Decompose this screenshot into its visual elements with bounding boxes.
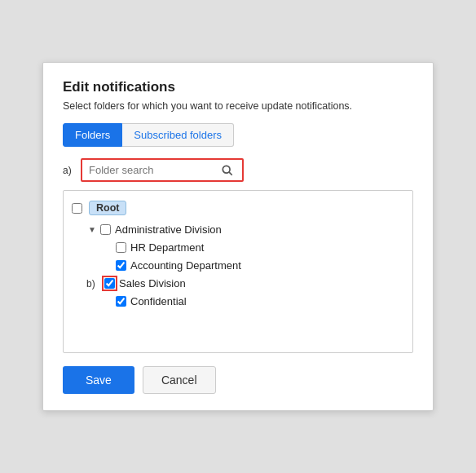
hr-department-checkbox[interactable] — [116, 242, 126, 253]
level2-sales: Confidential — [116, 295, 404, 307]
folder-tree-container: Root ▼ Administrative Division HR Depart… — [63, 190, 413, 353]
annotation-a-label: a) — [63, 165, 81, 176]
accounting-department-checkbox[interactable] — [116, 260, 126, 271]
cancel-button[interactable]: Cancel — [143, 366, 216, 394]
root-badge: Root — [89, 201, 126, 215]
expand-arrow-administrative: ▼ — [86, 225, 98, 234]
confidential-checkbox[interactable] — [116, 296, 126, 307]
sales-division-text: Sales Division — [119, 277, 186, 290]
edit-notifications-dialog: Edit notifications Select folders for wh… — [42, 62, 434, 411]
tree-item-hr: HR Department — [116, 241, 404, 254]
search-icon — [222, 165, 233, 176]
hr-department-text: HR Department — [130, 241, 204, 254]
svg-line-1 — [229, 172, 231, 175]
level2-administrative: HR Department Accounting Department — [116, 241, 404, 272]
sales-division-item: Sales Division — [104, 277, 186, 290]
dialog-title: Edit notifications — [63, 79, 413, 95]
search-button[interactable] — [217, 161, 238, 179]
search-input[interactable] — [82, 160, 217, 180]
footer-buttons: Save Cancel — [63, 366, 413, 394]
administrative-division-label[interactable]: Administrative Division — [100, 223, 222, 236]
sales-division-label[interactable]: Sales Division — [104, 277, 186, 290]
tab-folders[interactable]: Folders — [63, 123, 122, 147]
dialog-description: Select folders for which you want to rec… — [63, 100, 413, 112]
root-checkbox-label[interactable]: Root — [72, 201, 126, 215]
confidential-label[interactable]: Confidential — [116, 295, 187, 307]
hr-department-label[interactable]: HR Department — [116, 241, 204, 254]
accounting-department-text: Accounting Department — [130, 259, 241, 272]
administrative-division-text: Administrative Division — [115, 223, 222, 236]
administrative-division-checkbox[interactable] — [100, 224, 111, 235]
confidential-text: Confidential — [130, 295, 187, 307]
root-checkbox[interactable] — [72, 203, 82, 214]
search-row: a) — [63, 158, 413, 182]
tree-item-accounting: Accounting Department — [116, 259, 404, 272]
tree-item-confidential: Confidential — [116, 295, 404, 307]
tree-root-row: Root — [72, 201, 404, 215]
tree-item-administrative: ▼ Administrative Division — [86, 223, 404, 236]
search-box — [81, 158, 244, 182]
tab-row: Folders Subscribed folders — [63, 123, 413, 147]
annotation-b-label: b) — [86, 278, 104, 290]
sales-division-checkbox[interactable] — [104, 278, 115, 289]
save-button[interactable]: Save — [63, 366, 134, 394]
level1-items: ▼ Administrative Division HR Department — [86, 223, 404, 307]
tab-subscribed-folders[interactable]: Subscribed folders — [122, 123, 234, 147]
sales-division-row: b) Sales Division — [86, 277, 404, 290]
accounting-department-label[interactable]: Accounting Department — [116, 259, 241, 272]
